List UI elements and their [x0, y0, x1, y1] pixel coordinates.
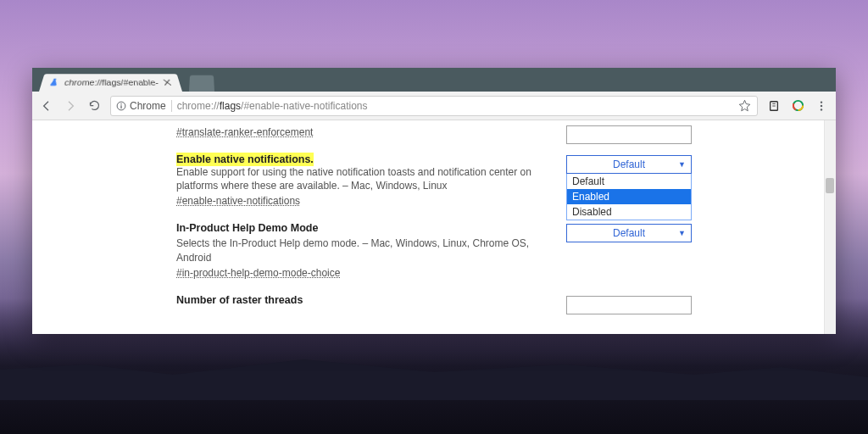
flag-select[interactable]	[566, 125, 692, 144]
profile-label: Work	[693, 75, 714, 85]
page-content: #translate-ranker-enforcement Enable nat…	[32, 120, 836, 334]
new-tab-button[interactable]	[189, 75, 214, 92]
svg-rect-8	[120, 105, 121, 108]
chevron-down-icon: ▼	[678, 229, 686, 237]
toolbar: Chrome chrome://flags/#enable-native-not…	[32, 92, 836, 120]
flag-item-raster: Number of raster threads	[176, 284, 692, 314]
flag-anchor-link[interactable]: #enable-native-notifications	[176, 195, 300, 207]
reload-button[interactable]	[86, 98, 102, 114]
menu-button[interactable]	[814, 98, 829, 114]
active-tab[interactable]: chrome://flags/#enable-	[39, 74, 182, 92]
bookmark-star-icon[interactable]	[737, 98, 752, 114]
option-default[interactable]: Default	[567, 174, 691, 189]
flag-title: Enable native notifications.	[176, 153, 314, 166]
svg-point-17	[821, 108, 822, 110]
tab-title: chrome://flags/#enable-	[64, 78, 159, 86]
site-info-chip[interactable]: Chrome	[116, 100, 172, 112]
info-icon	[116, 101, 126, 111]
flag-anchor-link[interactable]: #in-product-help-demo-mode-choice	[176, 267, 340, 279]
flag-select[interactable]: Default ▼	[566, 224, 692, 242]
chevron-down-icon: ▼	[678, 160, 686, 169]
extension-icon-1[interactable]	[766, 98, 782, 114]
flask-icon	[47, 77, 61, 87]
select-value: Default	[613, 227, 645, 239]
flag-item-native-notifications: Enable native notifications. Enable supp…	[176, 143, 692, 212]
flag-item: #translate-ranker-enforcement	[176, 120, 692, 143]
svg-point-15	[821, 101, 822, 103]
browser-window: Work chrome://flags/#enable- Chrome chro…	[32, 68, 836, 334]
flag-item-iph: In-Product Help Demo Mode Selects the In…	[176, 212, 692, 283]
site-label: Chrome	[130, 100, 166, 112]
minimize-button[interactable]	[731, 68, 765, 92]
address-bar[interactable]: Chrome chrome://flags/#enable-native-not…	[110, 96, 758, 116]
svg-point-7	[120, 103, 122, 105]
option-enabled[interactable]: Enabled	[567, 189, 691, 204]
flag-description: Selects the In-Product Help demo mode. –…	[176, 236, 566, 264]
url-display: chrome://flags/#enable-native-notificati…	[177, 100, 368, 112]
close-button[interactable]	[798, 68, 832, 92]
back-button[interactable]	[39, 98, 54, 114]
scrollbar-thumb[interactable]	[826, 178, 834, 193]
select-value: Default	[613, 159, 645, 170]
forward-button[interactable]	[63, 98, 78, 114]
extension-icon-2[interactable]	[790, 98, 805, 114]
svg-point-16	[821, 104, 822, 106]
maximize-button[interactable]	[765, 68, 798, 92]
flag-select[interactable]: Default ▼	[566, 155, 692, 174]
flag-select[interactable]	[566, 296, 692, 314]
tab-close-icon[interactable]	[160, 77, 175, 87]
scrollbar[interactable]	[824, 120, 836, 334]
flag-anchor-link[interactable]: #translate-ranker-enforcement	[176, 126, 313, 138]
flag-description: Enable support for using the native noti…	[176, 165, 566, 192]
svg-rect-1	[778, 76, 786, 84]
